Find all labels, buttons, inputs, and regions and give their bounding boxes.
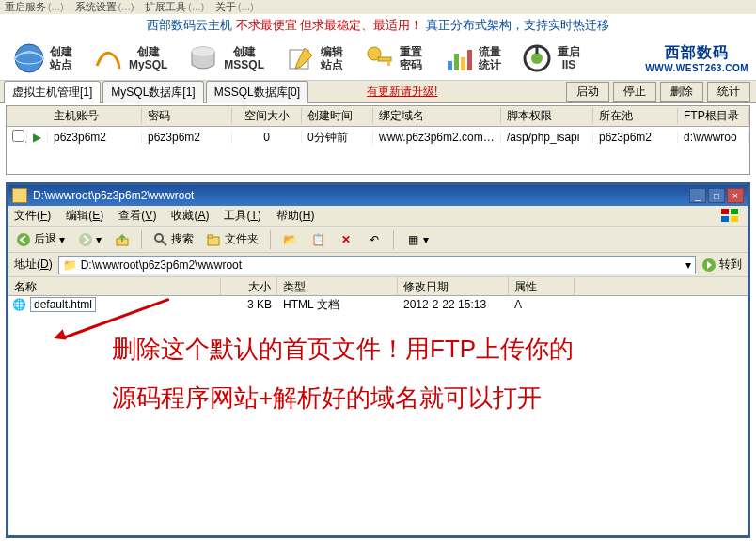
views-icon: ▦ xyxy=(405,232,420,247)
dropdown-icon[interactable]: ▾ xyxy=(685,258,691,272)
folder-icon xyxy=(12,188,27,203)
tab-mssql[interactable]: MSSQL数据库[0] xyxy=(206,81,308,103)
start-button[interactable]: 启动 xyxy=(566,82,609,102)
banner-brand: 西部数码云主机 xyxy=(147,18,236,32)
window-titlebar[interactable]: D:\wwwroot\p6z3p6m2\wwwroot _ □ × xyxy=(8,185,748,206)
edit-site-button[interactable]: 编辑站点 xyxy=(278,39,348,78)
address-label: 地址(D) xyxy=(14,257,53,273)
undo-icon: ↶ xyxy=(367,232,382,247)
status-icon: ▶ xyxy=(27,131,48,144)
search-button[interactable]: 搜索 xyxy=(150,229,197,249)
create-mssql-button[interactable]: 创建MSSQL xyxy=(181,39,269,78)
delete-button[interactable]: 删除 xyxy=(660,82,703,102)
move-to-button[interactable]: 📂 xyxy=(278,230,301,249)
forward-button[interactable]: ▾ xyxy=(74,230,105,249)
svg-rect-6 xyxy=(378,57,391,61)
banner-slogan2: 真正分布式架构，支持实时热迁移 xyxy=(426,18,609,32)
col-attr[interactable]: 属性 xyxy=(509,277,575,295)
col-create-time[interactable]: 创建时间 xyxy=(302,108,373,124)
edit-icon xyxy=(283,41,317,75)
col-size[interactable]: 大小 xyxy=(221,277,277,295)
svg-rect-7 xyxy=(387,61,390,66)
upgrade-link[interactable]: 有更新请升级! xyxy=(367,84,437,100)
svg-rect-15 xyxy=(731,209,738,214)
menu-restart[interactable]: 重启服务 xyxy=(5,0,64,14)
mysql-icon xyxy=(91,41,125,75)
menu-ext-tools[interactable]: 扩展工具 xyxy=(145,0,204,14)
restart-icon xyxy=(520,41,554,75)
col-name[interactable]: 名称 xyxy=(8,277,221,295)
up-button[interactable] xyxy=(111,230,134,249)
table-row[interactable]: ▶ p6z3p6m2 p6z3p6m2 0 0分钟前 www.p6z3p6m2.… xyxy=(7,127,749,148)
svg-point-0 xyxy=(15,44,43,72)
svg-rect-11 xyxy=(467,50,472,70)
svg-point-21 xyxy=(155,234,163,242)
col-password[interactable]: 密码 xyxy=(142,108,232,124)
menu-help[interactable]: 帮助(H) xyxy=(276,208,315,224)
top-system-menu: 重启服务 系统设置 扩展工具 关于 xyxy=(0,0,756,14)
menu-file[interactable]: 文件(F) xyxy=(14,208,51,224)
window-title: D:\wwwroot\p6z3p6m2\wwwroot xyxy=(33,189,689,202)
svg-rect-17 xyxy=(731,216,738,222)
back-button[interactable]: 后退 ▾ xyxy=(12,229,69,249)
svg-rect-16 xyxy=(721,216,729,222)
address-bar: 地址(D) 📁 D:\wwwroot\p6z3p6m2\wwwroot ▾ 转到 xyxy=(8,253,748,277)
explorer-menubar: 文件(F) 编辑(E) 查看(V) 收藏(A) 工具(T) 帮助(H) xyxy=(8,206,748,227)
site-grid: 主机账号 密码 空间大小 创建时间 绑定域名 脚本权限 所在池 FTP根目录 ▶… xyxy=(6,105,750,175)
row-checkbox[interactable] xyxy=(12,130,24,142)
menu-favorites[interactable]: 收藏(A) xyxy=(171,208,209,224)
traffic-stats-button[interactable]: 流量统计 xyxy=(436,39,506,78)
col-ftproot[interactable]: FTP根目录 xyxy=(678,108,749,124)
menu-edit[interactable]: 编辑(E) xyxy=(66,208,103,224)
copy-to-button[interactable]: 📋 xyxy=(307,230,329,249)
svg-point-3 xyxy=(192,47,214,56)
svg-rect-8 xyxy=(448,61,452,70)
col-domain[interactable]: 绑定域名 xyxy=(373,108,501,124)
explorer-columns: 名称 大小 类型 修改日期 属性 xyxy=(8,277,748,296)
explorer-body[interactable]: 🌐default.html 3 KB HTML 文档 2012-2-22 15:… xyxy=(8,296,748,535)
col-space[interactable]: 空间大小 xyxy=(232,108,302,124)
svg-rect-23 xyxy=(208,235,213,238)
menu-about[interactable]: 关于 xyxy=(215,0,254,14)
stop-button[interactable]: 停止 xyxy=(613,82,656,102)
tab-vhost[interactable]: 虚拟主机管理[1] xyxy=(4,81,101,103)
tab-bar: 虚拟主机管理[1] MySQL数据库[1] MSSQL数据库[0] 有更新请升级… xyxy=(0,81,756,103)
folders-button[interactable]: 文件夹 xyxy=(203,229,262,249)
restart-iis-button[interactable]: 重启IIS xyxy=(515,39,585,78)
explorer-toolbar: 后退 ▾ ▾ 搜索 文件夹 📂 📋 ✕ ↶ ▦▾ xyxy=(8,227,748,253)
minimize-button[interactable]: _ xyxy=(689,188,706,203)
go-button[interactable]: 转到 xyxy=(701,257,742,273)
go-icon xyxy=(701,258,717,273)
address-input[interactable]: 📁 D:\wwwroot\p6z3p6m2\wwwroot ▾ xyxy=(58,256,696,274)
undo-button[interactable]: ↶ xyxy=(363,230,386,249)
reset-password-button[interactable]: 重置密码 xyxy=(357,39,427,78)
moveto-icon: 📂 xyxy=(282,232,297,247)
svg-rect-9 xyxy=(454,54,459,70)
key-icon xyxy=(362,41,396,75)
col-script[interactable]: 脚本权限 xyxy=(501,108,593,124)
close-button[interactable]: × xyxy=(727,188,744,203)
delete-file-button[interactable]: ✕ xyxy=(335,230,357,249)
brand-logo: 西部数码 WWW.WEST263.COM xyxy=(645,43,748,73)
promo-banner: 西部数码云主机 不求最便宜 但求最稳定、最适用！ 真正分布式架构，支持实时热迁移 xyxy=(0,14,756,37)
annotation-text: 删除这个默认的首页文件！用FTP上传你的 源码程序网站+解析好的域名就可以打开 xyxy=(112,324,719,422)
col-modified[interactable]: 修改日期 xyxy=(398,277,509,295)
menu-tools[interactable]: 工具(T) xyxy=(224,208,260,224)
folder-small-icon: 📁 xyxy=(63,258,77,272)
menu-view[interactable]: 查看(V) xyxy=(118,208,156,224)
maximize-button[interactable]: □ xyxy=(708,188,725,203)
col-pool[interactable]: 所在池 xyxy=(593,108,678,124)
arrow-icon xyxy=(55,308,178,365)
main-toolbar: 创建站点 创建MySQL 创建MSSQL 编辑站点 重置密码 流量统计 重启II… xyxy=(0,37,756,81)
col-account[interactable]: 主机账号 xyxy=(48,108,142,124)
create-site-button[interactable]: 创建站点 xyxy=(8,39,77,78)
menu-settings[interactable]: 系统设置 xyxy=(75,0,134,14)
stats-button[interactable]: 统计 xyxy=(707,82,750,102)
svg-rect-14 xyxy=(721,209,729,214)
create-mysql-button[interactable]: 创建MySQL xyxy=(87,39,172,78)
col-type[interactable]: 类型 xyxy=(277,277,398,295)
chart-icon xyxy=(441,41,475,75)
globe-icon xyxy=(12,41,46,75)
tab-mysql[interactable]: MySQL数据库[1] xyxy=(102,81,203,103)
views-button[interactable]: ▦▾ xyxy=(402,230,433,249)
